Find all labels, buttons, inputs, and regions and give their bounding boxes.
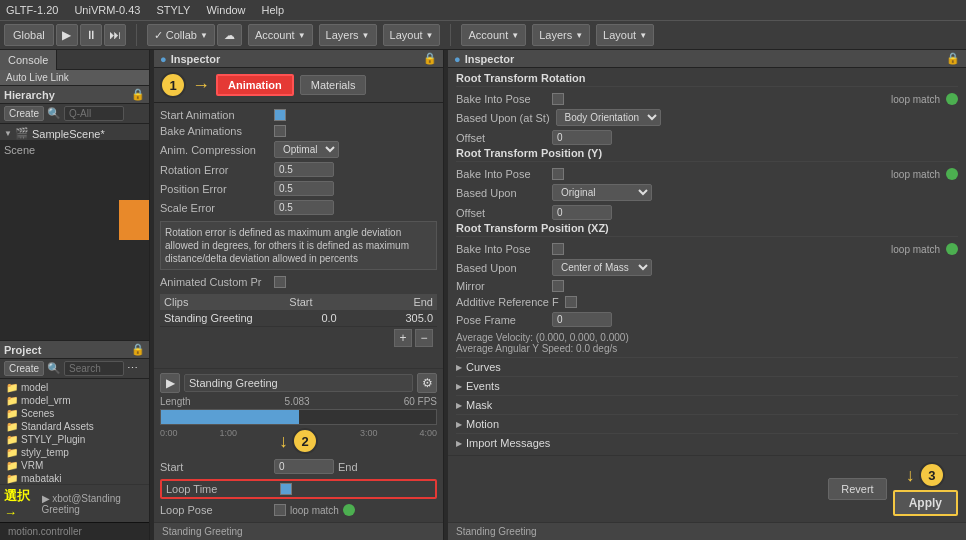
account-dropdown2[interactable]: Account ▼	[461, 24, 526, 46]
position-error-input[interactable]	[274, 181, 334, 196]
tree-item-sample-scene[interactable]: ▼ 🎬 SampleScene*	[2, 126, 147, 140]
rtr-offset-input[interactable]	[552, 130, 612, 145]
rotation-error-input[interactable]	[274, 162, 334, 177]
project-create-button[interactable]: Create	[4, 361, 44, 376]
step-button[interactable]: ⏭	[104, 24, 126, 46]
clips-remove-button[interactable]: −	[415, 329, 433, 347]
rtpy-bake-checkbox[interactable]	[552, 168, 564, 180]
end-label: End	[338, 461, 448, 473]
rtpxz-loop-match-label: loop match	[891, 244, 940, 255]
menu-bar: GLTF-1.20 UniVRM-0.43 STYLY Window Help	[0, 0, 966, 20]
materials-tab[interactable]: Materials	[300, 75, 367, 95]
proj-mabataki[interactable]: 📁mabataki	[4, 472, 145, 484]
motion-section[interactable]: ▶ Motion	[456, 414, 958, 433]
menu-styly[interactable]: STYLY	[154, 4, 192, 16]
mask-section[interactable]: ▶ Mask	[456, 395, 958, 414]
player-play-button[interactable]: ▶	[160, 373, 180, 393]
proj-scenes[interactable]: 📁Scenes	[4, 407, 145, 420]
scale-error-input[interactable]	[274, 200, 334, 215]
rtpxz-bake-checkbox[interactable]	[552, 243, 564, 255]
clip-start-standing: 0.0	[321, 312, 336, 324]
middle-inspector-header: ●Inspector 🔒	[154, 50, 443, 68]
rtpy-offset-label: Offset	[456, 207, 546, 219]
proj-styly-temp[interactable]: 📁styly_temp	[4, 446, 145, 459]
clips-row-standing[interactable]: Standing Greeting 0.0 305.0	[160, 310, 437, 327]
xbot-bottom-label: ▶ xbot@Standing Greeting	[42, 493, 145, 515]
rotation-error-row: Rotation Error	[160, 160, 437, 179]
hierarchy-create-button[interactable]: Create	[4, 106, 44, 121]
clips-add-button[interactable]: +	[394, 329, 412, 347]
start-input[interactable]	[274, 459, 334, 474]
rtpy-based-upon-select[interactable]: Original	[552, 184, 652, 201]
proj-model-vrm-label: model_vrm	[21, 395, 70, 406]
menu-help[interactable]: Help	[260, 4, 287, 16]
project-search-input[interactable]	[64, 361, 124, 376]
cloud-dropdown[interactable]: ☁	[217, 24, 242, 46]
layers-chevron2: ▼	[575, 31, 583, 40]
proj-model[interactable]: 📁model	[4, 381, 145, 394]
project-header: Project 🔒	[0, 341, 149, 359]
hierarchy-search-input[interactable]	[64, 106, 124, 121]
import-messages-label: Import Messages	[466, 437, 550, 449]
mirror-checkbox[interactable]	[552, 280, 564, 292]
global-button[interactable]: Global	[4, 24, 54, 46]
animated-custom-pr-row: Animated Custom Pr	[160, 274, 437, 290]
layout-dropdown[interactable]: Layout ▼	[383, 24, 441, 46]
menu-univrm[interactable]: UniVRM-0.43	[72, 4, 142, 16]
menu-gltf[interactable]: GLTF-1.20	[4, 4, 60, 16]
rtr-bake-label: Bake Into Pose	[456, 93, 546, 105]
menu-window[interactable]: Window	[204, 4, 247, 16]
apply-button[interactable]: Apply	[893, 490, 958, 516]
account-label2: Account	[468, 29, 508, 41]
loop-match-indicator	[343, 504, 355, 516]
curves-section[interactable]: ▶ Curves	[456, 357, 958, 376]
layers-dropdown2[interactable]: Layers ▼	[532, 24, 590, 46]
layers-chevron: ▼	[362, 31, 370, 40]
events-section[interactable]: ▶ Events	[456, 376, 958, 395]
project-search-icon: 🔍	[47, 362, 61, 375]
additive-ref-checkbox[interactable]	[565, 296, 577, 308]
rtr-based-upon-label: Based Upon (at St)	[456, 112, 550, 124]
rtr-bake-checkbox[interactable]	[552, 93, 564, 105]
proj-standard-assets[interactable]: 📁Standard Assets	[4, 420, 145, 433]
pause-button[interactable]: ⏸	[80, 24, 102, 46]
right-inspector-icon: ●	[454, 53, 461, 65]
step2-arrow: ↓	[279, 431, 288, 452]
account-dropdown[interactable]: Account ▼	[248, 24, 313, 46]
bake-animations-checkbox[interactable]	[274, 125, 286, 137]
collab-dropdown[interactable]: ✓ Collab ▼	[147, 24, 215, 46]
clip-name-field[interactable]	[184, 374, 413, 392]
anim-compression-select[interactable]: Optimal	[274, 141, 339, 158]
rtr-based-upon-select[interactable]: Body Orientation	[556, 109, 661, 126]
loop-pose-checkbox[interactable]	[274, 504, 286, 516]
player-section: ▶ ⚙ Length 5.083 60 FPS 0:00 1:00 ↓ 2	[154, 368, 443, 522]
animated-custom-pr-checkbox[interactable]	[274, 276, 286, 288]
pose-frame-input[interactable]	[552, 312, 612, 327]
play-button[interactable]: ▶	[56, 24, 78, 46]
timeline-bar[interactable]	[160, 409, 437, 425]
layout-dropdown2[interactable]: Layout ▼	[596, 24, 654, 46]
start-animation-checkbox[interactable]	[274, 109, 286, 121]
rtpy-offset-input[interactable]	[552, 205, 612, 220]
import-messages-section[interactable]: ▶ Import Messages	[456, 433, 958, 452]
auto-live-link[interactable]: Auto Live Link	[0, 70, 149, 86]
rtp-xz-title: Root Transform Position (XZ)	[456, 222, 958, 237]
right-bottom: Revert ↓ 3 Apply	[448, 455, 966, 522]
motion-tri-icon: ▶	[456, 420, 462, 429]
player-gear-button[interactable]: ⚙	[417, 373, 437, 393]
scene-icon: 🎬	[15, 127, 29, 140]
additive-ref-label: Additive Reference F	[456, 296, 559, 308]
animation-tab[interactable]: Animation	[216, 74, 294, 96]
proj-vrm[interactable]: 📁VRM	[4, 459, 145, 472]
rtpxz-based-upon-select[interactable]: Center of Mass	[552, 259, 652, 276]
layers-dropdown[interactable]: Layers ▼	[319, 24, 377, 46]
toolbar-mid: ✓ Collab ▼ ☁	[147, 24, 242, 46]
rtpxz-based-upon-label: Based Upon	[456, 262, 546, 274]
loop-time-checkbox[interactable]	[280, 483, 292, 495]
console-tab[interactable]: Console	[0, 50, 57, 70]
hierarchy-header: Hierarchy 🔒	[0, 86, 149, 104]
right-action-buttons: Revert ↓ 3 Apply	[828, 462, 958, 516]
revert-button[interactable]: Revert	[828, 478, 886, 500]
proj-styly-plugin[interactable]: 📁STYLY_Plugin	[4, 433, 145, 446]
proj-model-vrm[interactable]: 📁model_vrm	[4, 394, 145, 407]
